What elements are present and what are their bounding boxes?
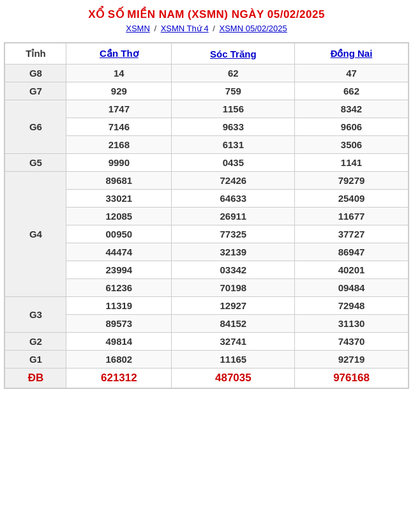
result-cell: 77325	[172, 225, 295, 243]
result-cell: 89573	[66, 315, 172, 333]
prize-label: G4	[5, 172, 66, 297]
result-cell: 47	[295, 65, 408, 82]
breadcrumb-xsmn-date[interactable]: XSMN 05/02/2025	[220, 24, 287, 33]
result-cell: 1156	[172, 100, 295, 118]
soctrang-link[interactable]: Sóc Trăng	[210, 49, 257, 59]
result-cell: 0435	[172, 154, 295, 172]
result-cell: 09484	[295, 279, 408, 297]
result-cell: 33021	[66, 190, 172, 208]
result-cell: 84152	[172, 315, 295, 333]
dongnai-link[interactable]: Đồng Nai	[331, 48, 373, 59]
result-cell: 00950	[66, 225, 172, 243]
result-cell: 759	[172, 82, 295, 100]
prize-label: G6	[5, 100, 66, 154]
result-cell: 9606	[295, 118, 408, 136]
result-cell: 9990	[66, 154, 172, 172]
result-cell: 79279	[295, 172, 408, 190]
result-cell: 32139	[172, 243, 295, 261]
header-dongnai: Đồng Nai	[295, 43, 408, 65]
result-cell: 621312	[66, 369, 172, 388]
result-cell: 89681	[66, 172, 172, 190]
prize-label: G7	[5, 82, 66, 100]
result-cell: 1747	[66, 100, 172, 118]
result-cell: 61236	[66, 279, 172, 297]
result-cell: 03342	[172, 261, 295, 279]
header-cantho: Cần Thơ	[66, 43, 172, 65]
result-cell: 8342	[295, 100, 408, 118]
result-cell: 487035	[172, 369, 295, 388]
prize-label: G3	[5, 297, 66, 333]
result-cell: 40201	[295, 261, 408, 279]
result-cell: 44474	[66, 243, 172, 261]
result-cell: 9633	[172, 118, 295, 136]
breadcrumb: XSMN / XSMN Thứ 4 / XSMN 05/02/2025	[5, 24, 408, 33]
prize-label: ĐB	[5, 369, 66, 388]
result-cell: 11319	[66, 297, 172, 315]
prize-label: G5	[5, 154, 66, 172]
result-cell: 62	[172, 65, 295, 82]
header-soctrang: Sóc Trăng	[172, 43, 295, 65]
prize-label: G2	[5, 333, 66, 351]
result-cell: 26911	[172, 208, 295, 225]
result-cell: 31130	[295, 315, 408, 333]
result-cell: 25409	[295, 190, 408, 208]
result-cell: 49814	[66, 333, 172, 351]
result-cell: 11165	[172, 351, 295, 369]
result-cell: 72426	[172, 172, 295, 190]
result-cell: 72948	[295, 297, 408, 315]
breadcrumb-xsmn-thu4[interactable]: XSMN Thứ 4	[161, 24, 209, 33]
result-cell: 64633	[172, 190, 295, 208]
result-cell: 12927	[172, 297, 295, 315]
lottery-table-wrapper: Tỉnh Cần Thơ Sóc Trăng Đồng Nai G8146247…	[4, 42, 409, 389]
result-cell: 929	[66, 82, 172, 100]
result-cell: 976168	[295, 369, 408, 388]
prize-label: G8	[5, 65, 66, 82]
result-cell: 6131	[172, 136, 295, 154]
page-title: XỔ SỐ MIỀN NAM (XSMN) NGÀY 05/02/2025	[5, 8, 408, 21]
breadcrumb-xsmn[interactable]: XSMN	[126, 24, 150, 33]
result-cell: 86947	[295, 243, 408, 261]
header-tinh: Tỉnh	[5, 43, 66, 65]
cantho-link[interactable]: Cần Thơ	[100, 48, 139, 59]
result-cell: 16802	[66, 351, 172, 369]
result-cell: 12085	[66, 208, 172, 225]
result-cell: 92719	[295, 351, 408, 369]
result-cell: 7146	[66, 118, 172, 136]
result-cell: 23994	[66, 261, 172, 279]
lottery-table: Tỉnh Cần Thơ Sóc Trăng Đồng Nai G8146247…	[4, 43, 408, 388]
prize-label: G1	[5, 351, 66, 369]
result-cell: 2168	[66, 136, 172, 154]
result-cell: 74370	[295, 333, 408, 351]
result-cell: 3506	[295, 136, 408, 154]
result-cell: 70198	[172, 279, 295, 297]
result-cell: 11677	[295, 208, 408, 225]
result-cell: 1141	[295, 154, 408, 172]
page-header: XỔ SỐ MIỀN NAM (XSMN) NGÀY 05/02/2025 XS…	[0, 0, 413, 36]
result-cell: 32741	[172, 333, 295, 351]
result-cell: 14	[66, 65, 172, 82]
result-cell: 662	[295, 82, 408, 100]
result-cell: 37727	[295, 225, 408, 243]
